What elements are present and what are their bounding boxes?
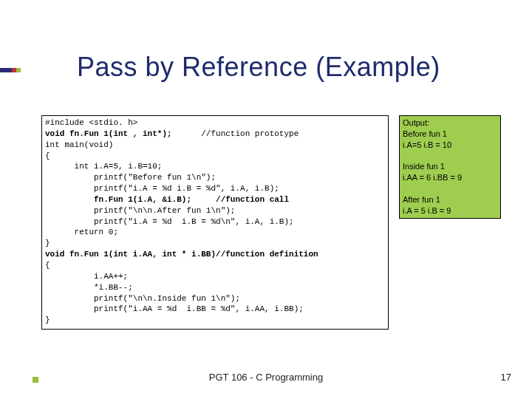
code-line: return 0; (45, 228, 118, 236)
code-line: } (45, 239, 50, 248)
code-line: int i.A=5, i.B=10; (45, 162, 162, 171)
code-line: printf("Before fun 1\n"); (45, 173, 216, 182)
code-line: printf("i.A = %d i.B = %d\n", i.A, i.B); (45, 217, 294, 226)
code-line: int main(void) (45, 140, 113, 149)
title-accent (0, 58, 22, 83)
page-number: 17 (501, 372, 511, 383)
accent-navy (0, 68, 12, 72)
output-box: Output: Before fun 1 i.A=5 i.B = 10 Insi… (399, 115, 501, 219)
code-line: void fn.Fun 1(int i.AA, int * i.BB) (45, 250, 216, 259)
output-label: Output: (403, 118, 429, 127)
code-line: *i.BB--; (45, 283, 133, 292)
footer-text: PGT 106 - C Programming (0, 372, 532, 383)
output-inside: Inside fun 1 i.AA = 6 i.BB = 9 (403, 162, 462, 182)
code-comment: //function prototype (172, 129, 299, 138)
code-line: printf("\n\n.Inside fun 1\n"); (45, 294, 240, 303)
code-line: fn.Fun 1(i.A, &i.B); (45, 195, 191, 204)
output-before: Before fun 1 i.A=5 i.B = 10 (403, 129, 451, 149)
code-listing: #include <stdio. h> void fn.Fun 1(int , … (41, 115, 389, 330)
code-line: } (45, 316, 50, 324)
code-line: printf("i.A = %d i.B = %d", i.A, i.B); (45, 184, 279, 193)
code-line: { (45, 151, 50, 160)
code-line: { (45, 261, 50, 270)
slide-title: Pass by Reference (Example) (77, 52, 440, 83)
code-line: void fn.Fun 1(int , int*); (45, 129, 172, 138)
code-comment: //function definition (216, 250, 318, 259)
code-line: printf("\n\n.After fun 1\n"); (45, 206, 235, 215)
code-line: printf("i.AA = %d i.BB = %d", i.AA, i.BB… (45, 304, 304, 313)
code-line: #include <stdio. h> (45, 118, 137, 127)
output-after: After fun 1 i.A = 5 i.B = 9 (403, 195, 451, 215)
code-line: i.AA++; (45, 272, 128, 281)
accent-lime (16, 68, 21, 72)
code-comment: //function call (191, 195, 289, 204)
